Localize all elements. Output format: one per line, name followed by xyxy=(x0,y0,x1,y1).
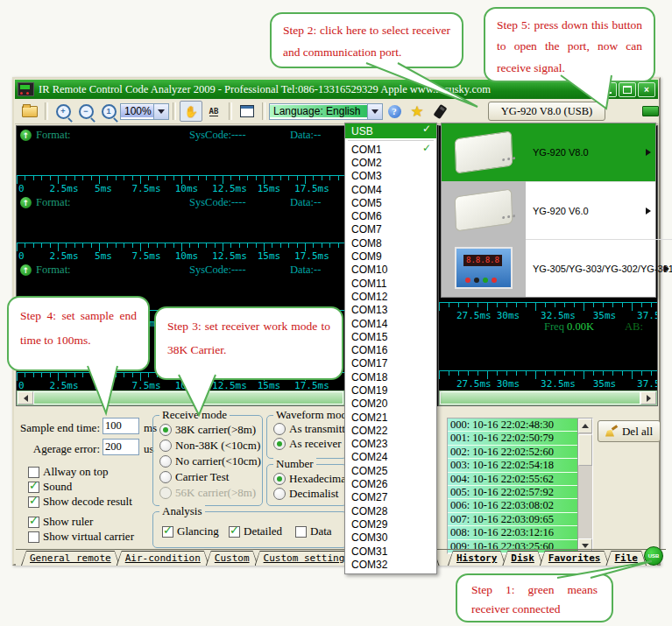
com-menu-item-com14[interactable]: COM14 xyxy=(345,317,436,330)
delete-all-button[interactable]: Del all xyxy=(598,420,661,442)
radio-no-carrier-10cm-[interactable]: No carrier(<10cm) xyxy=(159,454,261,468)
checkbox-allway-on-top[interactable]: Allway on top xyxy=(28,465,108,479)
waveform-hscrollbar-right[interactable] xyxy=(439,390,657,405)
com-menu-item-com4[interactable]: COM4 xyxy=(345,183,436,196)
com-menu-item-com23[interactable]: COM23 xyxy=(345,438,436,451)
com-menu-item-com3[interactable]: COM3 xyxy=(345,170,436,183)
history-list-item[interactable]: 008: 10-16 22:03:12:16 xyxy=(448,526,592,539)
history-list-item[interactable]: 005: 10-16 22:02:57:92 xyxy=(448,486,592,499)
history-list-item[interactable]: 002: 10-16 22:02:52:60 xyxy=(448,446,592,459)
panel-window-button[interactable] xyxy=(236,101,258,122)
radio-button xyxy=(159,455,172,468)
com-menu-item-com12[interactable]: COM12 xyxy=(345,290,436,303)
com-menu-item-com13[interactable]: COM13 xyxy=(345,304,436,317)
com-menu-item-com32[interactable]: COM32 xyxy=(345,558,436,571)
history-list-item[interactable]: 006: 10-16 22:03:08:02 xyxy=(448,499,592,512)
radio-56k-carrier-8m-[interactable]: 56K carrier(>8m) xyxy=(159,486,256,500)
radio-decimalist[interactable]: Decimalist xyxy=(273,487,338,501)
zoom-dropdown-button[interactable] xyxy=(153,104,168,119)
history-list-item[interactable]: 007: 10-16 22:03:09:65 xyxy=(448,513,592,526)
com-menu-item-com29[interactable]: COM29 xyxy=(345,517,436,531)
com-menu-item-com27[interactable]: COM27 xyxy=(345,491,436,504)
com-menu-item-com19[interactable]: COM19 xyxy=(345,383,436,397)
com-menu-item-com31[interactable]: COM31 xyxy=(345,545,436,558)
tab-label: Disk xyxy=(503,552,542,566)
com-menu-item-com17[interactable]: COM17 xyxy=(345,357,436,370)
history-list-item[interactable]: 004: 10-16 22:02:55:62 xyxy=(448,473,592,486)
com-menu-item-com20[interactable]: COM20 xyxy=(345,397,436,411)
com-menu-item-usb[interactable]: USB✓ xyxy=(345,123,436,138)
com-menu-item-com18[interactable]: COM18 xyxy=(345,370,436,383)
callout-tail-step4 xyxy=(82,361,124,417)
radio-as-receiver[interactable]: As receiver xyxy=(273,437,342,451)
average-error-input[interactable] xyxy=(103,439,139,455)
com-menu-item-com2[interactable]: COM2 xyxy=(345,156,436,169)
open-port-button[interactable] xyxy=(642,106,659,116)
com-menu-item-com26[interactable]: COM26 xyxy=(345,477,436,490)
check-icon: ✓ xyxy=(29,479,39,492)
radio-hexadecimal[interactable]: Hexadecimal xyxy=(273,472,350,486)
scroll-right-button[interactable] xyxy=(640,391,656,404)
signal-up-icon: ↑ xyxy=(20,130,32,141)
com-menu-item-com16[interactable]: COM16 xyxy=(345,343,436,356)
ruler-tick-label: 37.5ms xyxy=(637,378,658,390)
history-list-item[interactable]: 000: 10-16 22:02:48:30 xyxy=(448,419,592,432)
format-label: Format: xyxy=(36,129,71,142)
device-menu-item[interactable]: 8.8.8.8YG-305/YG-303/YG-302/YG-301 xyxy=(442,239,655,297)
scroll-left-button[interactable] xyxy=(18,391,33,404)
hand-pan-button[interactable]: ✋ xyxy=(180,101,202,122)
tab-history[interactable]: History xyxy=(448,551,506,566)
zoom-actual-button[interactable]: 1 xyxy=(97,101,120,122)
tab-general-remote[interactable]: General remote xyxy=(21,551,120,566)
zoom-in-button[interactable]: + xyxy=(52,101,74,122)
close-button[interactable]: × xyxy=(638,82,655,97)
checkbox-show-ruler[interactable]: ✓Show ruler xyxy=(28,515,93,529)
checkbox-glancing[interactable]: ✓Glancing xyxy=(162,524,219,538)
device-menu-item[interactable]: YG-920 V8.0 xyxy=(442,123,655,181)
com-menu-item-com24[interactable]: COM24 xyxy=(345,451,436,464)
open-file-button[interactable] xyxy=(18,101,41,122)
com-menu-item-com8[interactable]: COM8 xyxy=(345,236,436,250)
com-menu-item-com1[interactable]: COM1✓ xyxy=(345,143,436,156)
tab-custom-settings[interactable]: Custom settings xyxy=(255,551,359,566)
checkbox-label: Data xyxy=(310,524,332,538)
tab-air-condition[interactable]: Air-condition xyxy=(117,551,209,566)
measure-ab-button[interactable]: AB xyxy=(202,101,225,122)
checkbox-label: Allway on top xyxy=(43,465,108,479)
history-list[interactable]: 000: 10-16 22:02:48:30001: 10-16 22:02:5… xyxy=(447,418,593,554)
com-menu-item-com10[interactable]: COM10 xyxy=(345,264,436,277)
radio-as-transmitter[interactable]: As transmitter xyxy=(273,422,354,436)
com-menu-item-com9[interactable]: COM9 xyxy=(345,250,436,263)
com-menu-item-com30[interactable]: COM30 xyxy=(345,531,436,545)
zoom-level-select[interactable]: 100% xyxy=(120,103,169,120)
tab-custom[interactable]: Custom xyxy=(206,551,258,566)
com-menu-item-com22[interactable]: COM22 xyxy=(345,424,436,437)
history-list-item[interactable]: 003: 10-16 22:02:54:18 xyxy=(448,459,592,472)
history-list-item[interactable]: 001: 10-16 22:02:50:79 xyxy=(448,432,592,445)
checkbox-sound[interactable]: ✓Sound xyxy=(28,480,72,494)
com-menu-item-com21[interactable]: COM21 xyxy=(345,411,436,424)
device-menu-item[interactable]: YG-920 V6.0 xyxy=(442,181,655,239)
checkbox-show-virtual-carrier[interactable]: Show virtual carrier xyxy=(28,530,134,544)
com-menu-item-com11[interactable]: COM11 xyxy=(345,277,436,290)
zoom-out-button[interactable]: − xyxy=(74,101,97,122)
radio-non-38k-10cm-[interactable]: Non-38K (<10cm) xyxy=(159,439,260,453)
com-menu-item-com5[interactable]: COM5 xyxy=(345,196,436,209)
history-vscrollbar[interactable] xyxy=(577,419,592,553)
scroll-up-button[interactable] xyxy=(578,419,592,433)
checkbox-show-decode-result[interactable]: ✓Show decode result xyxy=(28,495,132,509)
radio-carrier-test[interactable]: Carrier Test xyxy=(159,470,229,484)
maximize-button[interactable] xyxy=(619,82,636,97)
radio-38k-carrier-8m-[interactable]: 38K carrier(>8m) xyxy=(159,423,256,437)
checkbox-data[interactable]: Data xyxy=(295,524,332,538)
com-menu-item-com7[interactable]: COM7 xyxy=(345,223,436,236)
com-menu-item-com28[interactable]: COM28 xyxy=(345,504,436,517)
com-menu-item-com25[interactable]: COM25 xyxy=(345,464,436,477)
checkbox-detailed[interactable]: ✓Detailed xyxy=(229,524,282,538)
tab-disk[interactable]: Disk xyxy=(502,551,543,566)
sample-end-time-input[interactable] xyxy=(103,418,139,434)
com-menu-item-com15[interactable]: COM15 xyxy=(345,330,436,343)
scrollbar-track[interactable] xyxy=(440,391,640,404)
scrollbar-thumb[interactable] xyxy=(578,434,592,466)
com-menu-item-com6[interactable]: COM6 xyxy=(345,209,436,222)
